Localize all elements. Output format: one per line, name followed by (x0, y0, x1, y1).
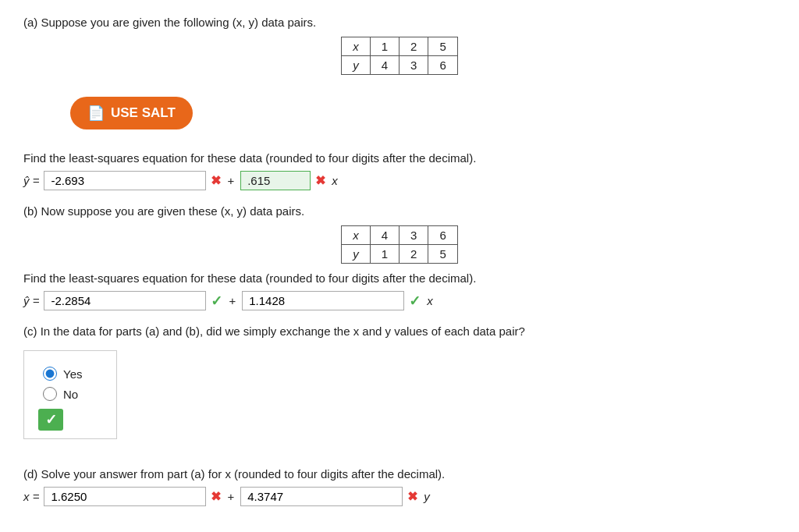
col-y-label: y (342, 56, 371, 75)
use-salt-button[interactable]: 📄 USE SALT (70, 97, 193, 129)
part-b-y-val-2: 2 (400, 245, 428, 264)
part-d-eq-prefix: x = (23, 490, 39, 503)
part-b-y-val-1: 1 (370, 245, 399, 264)
part-b: (b) Now suppose you are given these (x, … (23, 204, 776, 310)
part-b-y-val-3: 5 (428, 245, 457, 264)
part-a-x-icon1[interactable]: ✖ (211, 173, 221, 188)
col-x-label: x (342, 37, 371, 56)
part-c-check-row: ✓ (35, 409, 105, 431)
part-d-input1[interactable] (44, 487, 206, 506)
part-d-var: y (424, 490, 430, 503)
use-salt-label: USE SALT (111, 105, 176, 121)
y-val-1: 4 (370, 56, 399, 75)
part-b-x-val-1: 4 (370, 226, 399, 245)
part-b-col-y-label: y (342, 245, 371, 264)
part-b-check2: ✓ (409, 293, 421, 310)
part-b-label: (b) Now suppose you are given these (x, … (23, 204, 776, 218)
part-a-input1[interactable] (44, 171, 206, 190)
part-c-check-box: ✓ (38, 409, 63, 431)
part-a-var: x (332, 174, 338, 187)
part-d-input2[interactable] (240, 487, 403, 506)
yes-label: Yes (63, 367, 82, 381)
part-b-table: x 4 3 6 y 1 2 5 (341, 225, 458, 264)
part-c: (c) In the data for parts (a) and (b), d… (23, 325, 776, 453)
yes-radio[interactable] (43, 367, 57, 381)
part-b-check1: ✓ (211, 293, 222, 310)
part-d-x-icon2[interactable]: ✖ (407, 489, 417, 504)
part-b-input1[interactable] (44, 291, 206, 310)
no-label: No (63, 388, 78, 401)
salt-icon: 📄 (87, 105, 105, 122)
part-c-label: (c) In the data for parts (a) and (b), d… (23, 325, 776, 338)
part-a-plus: + (227, 174, 234, 187)
x-val-3: 5 (428, 37, 457, 56)
part-a-table: x 1 2 5 y 4 3 6 (341, 37, 458, 75)
part-a-eq-label: ŷ = (23, 174, 39, 187)
part-a-equation-row: ŷ = ✖ + ✖ x (23, 171, 776, 190)
part-d-x-icon1[interactable]: ✖ (211, 489, 221, 504)
part-c-answer-box: Yes No ✓ (23, 350, 117, 439)
y-val-2: 3 (400, 56, 428, 75)
part-b-col-x-label: x (342, 226, 371, 245)
part-b-eq-label: ŷ = (23, 294, 39, 307)
y-val-3: 6 (428, 56, 457, 75)
part-b-var: x (427, 294, 433, 307)
part-b-equation-row: ŷ = ✓ + ✓ x (23, 291, 776, 310)
part-b-x-val-2: 3 (400, 226, 428, 245)
part-a-eq-intro: Find the least-squares equation for thes… (23, 151, 776, 165)
part-b-eq-intro: Find the least-squares equation for thes… (23, 271, 776, 285)
part-b-plus: + (229, 294, 236, 307)
part-c-check-icon: ✓ (45, 411, 57, 428)
part-d-plus: + (227, 490, 234, 503)
part-a-x-icon2[interactable]: ✖ (315, 173, 325, 188)
x-val-2: 2 (400, 37, 428, 56)
no-radio[interactable] (43, 387, 57, 401)
part-d-equation-row: x = ✖ + ✖ y (23, 487, 776, 506)
part-a-input2[interactable] (240, 171, 311, 190)
part-c-no-option[interactable]: No (43, 387, 105, 401)
part-d-label: (d) Solve your answer from part (a) for … (23, 467, 776, 481)
part-c-yes-option[interactable]: Yes (43, 367, 105, 381)
x-val-1: 1 (370, 37, 399, 56)
part-d: (d) Solve your answer from part (a) for … (23, 467, 776, 506)
part-c-radio-group: Yes No (43, 367, 105, 401)
part-a: (a) Suppose you are given the following … (23, 16, 776, 190)
part-a-label: (a) Suppose you are given the following … (23, 16, 776, 29)
part-b-input2[interactable] (242, 291, 404, 310)
part-b-x-val-3: 6 (428, 226, 457, 245)
